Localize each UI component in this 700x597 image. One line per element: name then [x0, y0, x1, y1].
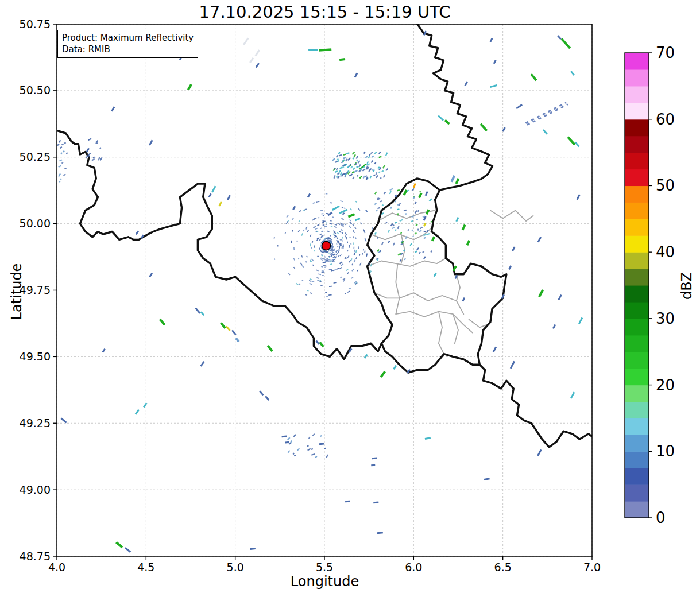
radar-echo — [334, 237, 336, 238]
radar-echo — [61, 143, 64, 145]
radar-echo — [319, 48, 331, 52]
radar-echo — [419, 191, 421, 192]
colorbar-segment — [625, 219, 649, 236]
radar-echo — [388, 230, 390, 233]
radar-echo — [560, 38, 571, 49]
radar-echo — [298, 230, 300, 232]
radar-echo — [336, 168, 338, 170]
colorbar-segment — [625, 119, 649, 137]
radar-echo — [374, 232, 377, 235]
radar-echo — [226, 325, 231, 331]
radar-echo — [341, 174, 343, 177]
colorbar-segment — [625, 185, 649, 203]
radar-echo — [91, 158, 95, 161]
radar-echo — [265, 396, 269, 401]
radar-echo — [397, 226, 400, 230]
radar-echo — [321, 266, 323, 267]
radar-echo — [339, 231, 341, 233]
radar-echo — [323, 262, 326, 263]
radar-echo — [58, 173, 61, 177]
radar-echo — [388, 241, 390, 243]
radar-echo — [413, 196, 416, 199]
radar-echo — [345, 158, 348, 161]
radar-echo — [380, 250, 381, 252]
radar-echo — [354, 250, 355, 253]
radar-echo — [395, 222, 397, 224]
radar-echo — [310, 278, 312, 281]
radar-echo — [323, 224, 324, 226]
map-plot-canvas: 4.04.55.05.56.06.57.048.7549.0049.2549.5… — [0, 0, 700, 597]
radar-echo — [374, 152, 377, 154]
radar-echo — [331, 226, 333, 228]
radar-echo — [444, 119, 450, 125]
radar-echo — [324, 226, 327, 227]
radar-echo — [364, 250, 365, 253]
radar-echo — [326, 259, 328, 261]
radar-echo — [314, 245, 315, 247]
radar-echo — [357, 175, 358, 177]
colorbar-segment — [625, 385, 649, 402]
radar-echo — [330, 235, 331, 237]
radar-echo — [293, 267, 295, 269]
radar-echo — [312, 433, 315, 436]
radar-echo — [530, 73, 537, 81]
radar-echo — [373, 502, 378, 504]
radar-echo — [336, 243, 337, 245]
radar-echo — [345, 235, 347, 238]
colorbar-segment — [625, 435, 649, 452]
radar-echo — [372, 227, 373, 230]
radar-echo — [335, 170, 338, 173]
radar-echo — [60, 152, 63, 154]
radar-echo — [338, 250, 340, 253]
radar-echo — [322, 272, 325, 273]
radar-echo — [334, 226, 337, 228]
radar-echo — [292, 230, 293, 232]
radar-echo — [376, 210, 378, 212]
radar-echo — [558, 294, 562, 300]
radar-echo — [102, 348, 105, 352]
radar-echo — [358, 246, 359, 249]
radar-echo — [378, 152, 381, 154]
radar-echo — [384, 192, 386, 195]
radar-echo — [315, 340, 319, 345]
radar-echo — [369, 153, 371, 156]
y-tick-label: 48.75 — [20, 550, 51, 563]
radar-echo — [303, 229, 304, 231]
radar-echo — [372, 250, 373, 251]
radar-echo — [311, 247, 312, 249]
radar-echo — [111, 106, 115, 111]
radar-echo — [341, 237, 343, 239]
radar-echo — [299, 220, 300, 222]
colorbar-segment — [625, 252, 649, 269]
radar-echo — [345, 224, 346, 226]
radar-echo — [211, 185, 216, 192]
radar-echo — [243, 38, 249, 45]
radar-echo — [307, 230, 309, 232]
radar-echo — [60, 178, 62, 180]
radar-echo — [285, 441, 289, 444]
y-tick-label: 50.25 — [20, 150, 51, 163]
radar-echo — [455, 217, 459, 222]
radar-echo — [320, 435, 322, 437]
radar-echo — [334, 175, 336, 179]
radar-echo — [305, 294, 307, 296]
axes-layer: 4.04.55.05.56.06.57.048.7549.0049.2549.5… — [20, 18, 601, 574]
radar-echo — [348, 213, 355, 218]
radar-echo — [399, 219, 403, 222]
radar-echo — [308, 437, 311, 439]
radar-echo — [329, 286, 332, 287]
radar-echo — [323, 220, 326, 222]
radar-echo — [431, 237, 435, 242]
radar-echo — [339, 247, 341, 250]
radar-echo — [354, 227, 356, 229]
radar-echo — [484, 478, 490, 480]
radar-echo — [409, 243, 412, 246]
radar-echo — [414, 232, 417, 235]
radar-echo — [274, 258, 275, 260]
radar-echo — [63, 150, 65, 153]
radar-echo — [331, 252, 334, 254]
radar-echo — [323, 265, 326, 266]
radar-echo — [328, 294, 332, 296]
radar-echo — [393, 365, 397, 370]
radar-echo — [508, 265, 512, 270]
